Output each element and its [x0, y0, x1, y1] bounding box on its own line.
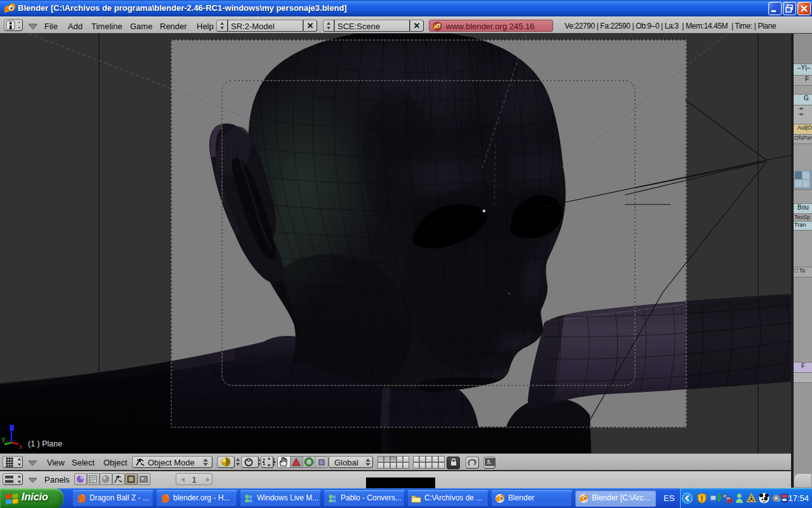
- svg-text:y: y: [2, 436, 5, 443]
- svg-text:x: x: [19, 443, 22, 450]
- svg-text:(1 ) Plane: (1 ) Plane: [28, 439, 62, 448]
